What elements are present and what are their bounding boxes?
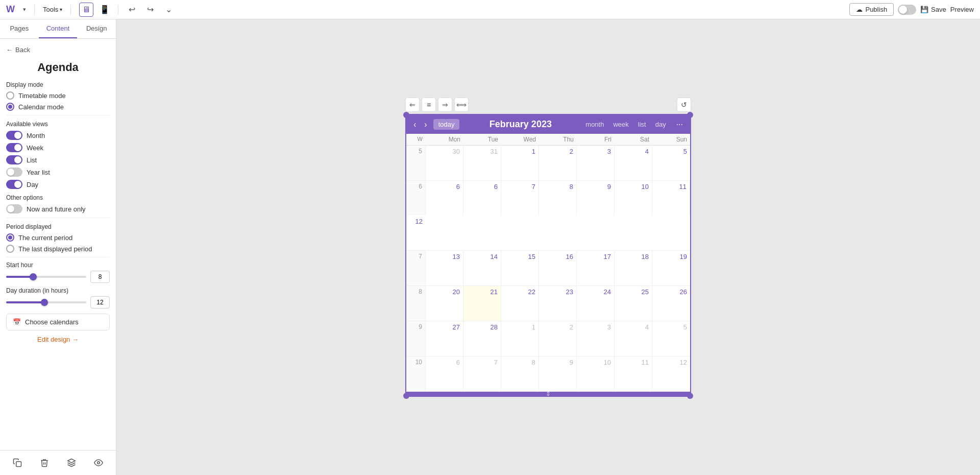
radio-last-period[interactable]: The last displayed period bbox=[6, 245, 110, 253]
cal-cell[interactable]: 4 bbox=[615, 146, 652, 180]
cal-today-button[interactable]: today bbox=[433, 119, 460, 130]
cal-next-button[interactable]: › bbox=[422, 120, 429, 129]
cal-cell[interactable]: 18 bbox=[615, 251, 652, 286]
publish-button[interactable]: ☁ Publish bbox=[849, 3, 894, 16]
cal-cell[interactable]: 17 bbox=[577, 251, 615, 286]
cal-cell[interactable]: 12 bbox=[652, 357, 690, 391]
cal-cell[interactable]: 16 bbox=[539, 251, 577, 286]
cal-cell[interactable]: 25 bbox=[615, 286, 652, 321]
expand-icon[interactable]: ⟺ bbox=[454, 98, 469, 112]
cal-cell[interactable]: 30 bbox=[426, 146, 463, 180]
cal-cell[interactable]: 27 bbox=[426, 321, 463, 356]
tab-content[interactable]: Content bbox=[39, 19, 78, 38]
radio-timetable[interactable]: Timetable mode bbox=[6, 91, 110, 100]
cal-cell[interactable]: 9 bbox=[539, 357, 577, 391]
publish-toggle[interactable] bbox=[898, 5, 916, 15]
toggle-yearlist-switch[interactable] bbox=[6, 168, 22, 177]
day-duration-track[interactable] bbox=[6, 301, 86, 303]
day-duration-input[interactable]: 12 bbox=[90, 296, 110, 308]
cal-week-btn[interactable]: week bbox=[609, 119, 632, 130]
align-left-icon[interactable]: ⇐ bbox=[405, 98, 420, 112]
cal-cell[interactable]: 6 bbox=[463, 181, 501, 216]
day-duration-thumb[interactable] bbox=[41, 299, 48, 306]
cal-cell[interactable]: 2 bbox=[539, 321, 577, 356]
align-right-icon[interactable]: ⇒ bbox=[438, 98, 452, 112]
cal-cell[interactable]: 20 bbox=[426, 286, 463, 321]
cal-cell[interactable]: 6 bbox=[426, 357, 463, 391]
logo-dropdown-icon[interactable]: ▾ bbox=[23, 6, 26, 13]
handle-bottom-left[interactable] bbox=[403, 393, 409, 399]
duplicate-button[interactable] bbox=[9, 455, 26, 471]
undo-icon[interactable]: ↩ bbox=[125, 3, 139, 17]
cal-cell[interactable]: 3 bbox=[577, 321, 615, 356]
more-options-icon[interactable]: ⌄ bbox=[161, 3, 176, 17]
cal-cell[interactable]: 11 bbox=[652, 181, 690, 216]
cal-cell[interactable]: 21 bbox=[463, 286, 501, 321]
cal-cell[interactable]: 6 bbox=[426, 181, 463, 216]
toggle-week-switch[interactable] bbox=[6, 143, 22, 152]
edit-design-link[interactable]: Edit design → bbox=[6, 330, 110, 348]
tab-design[interactable]: Design bbox=[77, 19, 116, 38]
radio-current-period[interactable]: The current period bbox=[6, 233, 110, 242]
handle-top-left[interactable] bbox=[403, 112, 409, 118]
device-desktop-icon[interactable]: 🖥 bbox=[79, 3, 93, 17]
visibility-button[interactable] bbox=[90, 455, 107, 471]
cal-cell[interactable]: 1 bbox=[501, 146, 539, 180]
start-hour-track[interactable] bbox=[6, 276, 86, 278]
preview-button[interactable]: Preview bbox=[950, 6, 974, 13]
cal-cell[interactable]: 26 bbox=[652, 286, 690, 321]
cal-cell[interactable]: 19 bbox=[652, 251, 690, 286]
cal-cell[interactable]: 7 bbox=[501, 181, 539, 216]
cal-day-btn[interactable]: day bbox=[651, 119, 670, 130]
delete-button[interactable] bbox=[36, 455, 53, 471]
cal-cell[interactable]: 22 bbox=[501, 286, 539, 321]
cal-cell[interactable]: 31 bbox=[463, 146, 501, 180]
cal-week-row: 666789101112 bbox=[406, 181, 690, 251]
cal-cell[interactable]: 3 bbox=[577, 146, 615, 180]
cal-cell[interactable]: 4 bbox=[615, 321, 652, 356]
save-button[interactable]: 💾 Save bbox=[920, 6, 946, 13]
bottom-resize-handle[interactable]: ⇕ bbox=[406, 392, 690, 396]
cal-cell[interactable]: 9 bbox=[577, 181, 615, 216]
cal-cell[interactable]: 13 bbox=[426, 251, 463, 286]
cal-cell[interactable]: 5 bbox=[652, 146, 690, 180]
cal-cell[interactable]: 2 bbox=[539, 146, 577, 180]
cal-cell[interactable]: 24 bbox=[577, 286, 615, 321]
toggle-day-switch[interactable] bbox=[6, 180, 22, 189]
cal-cell[interactable]: 14 bbox=[463, 251, 501, 286]
cal-cell[interactable]: 10 bbox=[615, 181, 652, 216]
layers-button[interactable] bbox=[63, 455, 80, 471]
device-mobile-icon[interactable]: 📱 bbox=[97, 3, 112, 17]
toggle-now-future-switch[interactable] bbox=[6, 204, 22, 213]
cal-cell[interactable]: 8 bbox=[501, 357, 539, 391]
cal-cell[interactable]: 15 bbox=[501, 251, 539, 286]
cal-cell[interactable]: 8 bbox=[539, 181, 577, 216]
handle-bottom-right[interactable] bbox=[687, 393, 693, 399]
toggle-list-switch[interactable] bbox=[6, 155, 22, 164]
logo[interactable]: W bbox=[6, 4, 15, 15]
cal-cell[interactable]: 11 bbox=[615, 357, 652, 391]
cal-cell[interactable]: 28 bbox=[463, 321, 501, 356]
radio-calendar[interactable]: Calendar mode bbox=[6, 103, 110, 111]
cal-cell[interactable]: 1 bbox=[501, 321, 539, 356]
cal-cell[interactable]: 10 bbox=[577, 357, 615, 391]
refresh-icon[interactable]: ↺ bbox=[677, 98, 691, 112]
toggle-month-switch[interactable] bbox=[6, 131, 22, 140]
back-button[interactable]: ← Back bbox=[6, 43, 110, 57]
cal-cell[interactable]: 23 bbox=[539, 286, 577, 321]
cal-cell[interactable]: 7 bbox=[463, 357, 501, 391]
cal-cell[interactable]: 5 bbox=[652, 321, 690, 356]
cal-prev-button[interactable]: ‹ bbox=[411, 120, 418, 129]
handle-top-right[interactable] bbox=[687, 112, 693, 118]
cal-more-button[interactable]: ··· bbox=[674, 120, 685, 129]
start-hour-input[interactable]: 8 bbox=[90, 271, 110, 283]
redo-icon[interactable]: ↪ bbox=[143, 3, 157, 17]
tab-pages[interactable]: Pages bbox=[0, 19, 39, 38]
start-hour-thumb[interactable] bbox=[30, 273, 37, 280]
cal-month-btn[interactable]: month bbox=[581, 119, 608, 130]
align-center-icon[interactable]: ≡ bbox=[422, 98, 436, 112]
cal-cell[interactable]: 12 bbox=[406, 216, 426, 250]
choose-calendars-button[interactable]: 📅 Choose calendars bbox=[6, 314, 110, 330]
tools-menu[interactable]: Tools ▾ bbox=[43, 6, 62, 13]
cal-list-btn[interactable]: list bbox=[634, 119, 650, 130]
